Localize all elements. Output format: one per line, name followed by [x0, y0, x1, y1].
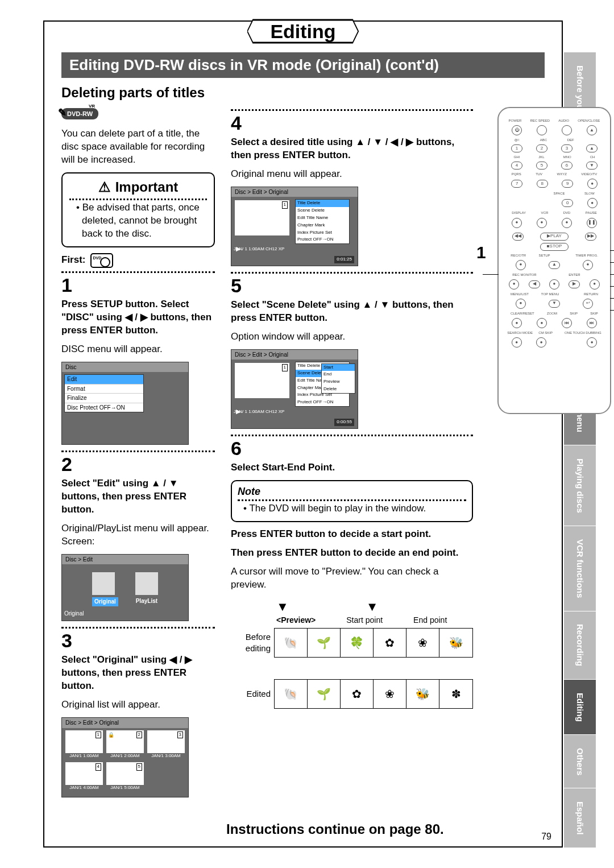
original-icon: [92, 572, 115, 595]
step-4-instr: Select a desired title using ▲ / ▼ / ◀ /…: [231, 137, 454, 160]
osd-time: 0:01:25: [334, 256, 354, 263]
preview-diagram: ▼▼ <Preview> Start point End point Befor…: [231, 598, 473, 709]
step-4-result: Original menu will appear.: [231, 168, 473, 181]
play-button[interactable]: ▶ PLAY: [540, 233, 569, 241]
return-button[interactable]: ↩: [583, 299, 593, 309]
osd-scene-delete: Disc > Edit > Original 1 ▶ Title Delete …: [231, 349, 358, 429]
rec-otr-button[interactable]: ●: [516, 260, 526, 270]
step-3-result: Original list will appear.: [61, 698, 215, 712]
down-arrow-icon: ▼: [366, 598, 379, 615]
dvd-rw-badge: ✎ DVD-RW VR: [61, 108, 98, 119]
stop-button[interactable]: ■ STOP: [540, 243, 569, 251]
page-title: Editing: [270, 20, 335, 43]
step-2-result2: Screen:: [61, 536, 95, 547]
playlist-icon: [135, 572, 158, 595]
osd-status-line: JAN/ 1 1:00AM CH12 XP: [234, 244, 355, 253]
osd-crumbs: Disc > Edit > Original: [62, 718, 188, 728]
lead-lines-right: [610, 250, 614, 322]
osd-disc-list: Edit Format Finalize Disc Protect OFF→ON: [64, 374, 144, 412]
title-menu-list: Title Delete Scene Delete Edit Title Nam…: [295, 199, 350, 244]
slow-button[interactable]: ●: [587, 198, 598, 208]
ch-up-button[interactable]: ▲: [586, 144, 598, 152]
note-box: Note • The DVD will begin to play in the…: [231, 480, 473, 522]
first-label: First:: [61, 253, 215, 268]
display-button[interactable]: ●: [512, 218, 522, 228]
strip-edited: 🐚 🌱 ✿ ❀ 🐝 ✽: [274, 679, 473, 709]
osd-crumbs: Disc > Edit > Original: [231, 350, 358, 360]
preview-title: <Preview>: [276, 615, 316, 626]
open-close-button[interactable]: ▲: [587, 125, 597, 135]
skip-fwd-button[interactable]: ⏭: [587, 318, 597, 328]
step-6-number: 6: [231, 439, 473, 458]
osd-crumbs: Disc: [62, 362, 188, 373]
rec-speed-button[interactable]: [537, 125, 547, 135]
osd-title-menu: Disc > Edit > Original 1 ▶ Title Delete …: [231, 187, 358, 266]
column-2: 4 Select a desired title using ▲ / ▼ / ◀…: [231, 107, 473, 817]
section-title: Deleting parts of titles: [61, 85, 205, 101]
play-icon: ▶: [236, 245, 240, 253]
clear-reset-button[interactable]: ●: [512, 318, 522, 328]
note-heading: Note: [238, 485, 466, 498]
step-6-instr2: Press ENTER button to decide a start poi…: [231, 528, 431, 539]
timer-prog-button[interactable]: ●: [583, 260, 593, 270]
osd-edit-menu: Disc > Edit Original PlayList Original: [61, 554, 189, 622]
down-button[interactable]: ▼: [549, 300, 560, 308]
step-5-result: Option window will appear.: [231, 330, 473, 344]
continue-text: Instructions continue on page 80.: [226, 821, 444, 837]
step-2-result: Original/PlayList menu will appear.: [61, 523, 209, 534]
vcr-button[interactable]: ●: [537, 218, 547, 228]
osd-time: 0:00:55: [334, 419, 354, 426]
rec-monitor-button[interactable]: ●: [509, 279, 519, 290]
osd-item-edit: Edit: [65, 375, 143, 385]
note-bullet: • The DVD will begin to play in the wind…: [243, 502, 466, 515]
search-mode-button[interactable]: ●: [512, 337, 522, 348]
before-editing-label: Before editing: [231, 631, 271, 655]
osd-thumb-grid: Disc > Edit > Original 1JAN/1 1:00AM 🔒2J…: [61, 717, 189, 797]
page-number: 79: [541, 832, 551, 842]
rew-button[interactable]: ◀◀: [512, 233, 524, 241]
step-3-number: 3: [61, 631, 215, 650]
important-box: Important • Be advised that parts, once …: [61, 172, 215, 247]
left-button[interactable]: ◀: [529, 280, 540, 288]
down-arrow-icon: ▼: [276, 598, 289, 615]
osd-crumbs: Disc > Edit > Original: [231, 187, 358, 197]
video-tv-button[interactable]: ●: [587, 179, 598, 189]
setup-button[interactable]: ▲: [549, 261, 560, 269]
step-2-number: 2: [61, 454, 215, 474]
osd-crumbs: Disc > Edit: [62, 555, 188, 565]
lead-line-left: [483, 274, 499, 275]
start-point-label: Start point: [346, 615, 383, 626]
osd-item-protect: Disc Protect OFF→ON: [65, 403, 143, 412]
step-4-number: 4: [231, 113, 473, 133]
osd-item-finalize: Finalize: [65, 394, 143, 403]
skip-back-button[interactable]: ⏮: [562, 318, 572, 328]
header-ribbon: Editing: [43, 17, 563, 46]
strip-before: 🐚 🌱 🍀 ✿ ❀ 🐝: [274, 628, 473, 658]
step-1-instr: Press SETUP button. Select "DISC" using …: [61, 299, 211, 336]
enter-button[interactable]: ●: [549, 279, 559, 290]
preview-window: 1: [235, 363, 289, 398]
audio-button[interactable]: [562, 125, 572, 135]
menu-list-button[interactable]: ●: [516, 299, 526, 309]
right-button[interactable]: ▶: [569, 280, 580, 288]
cm-skip-button[interactable]: ●: [536, 337, 546, 348]
step-1-result: DISC menu will appear.: [61, 343, 215, 356]
dvd-icon: [90, 253, 113, 268]
one-touch-dubbing-button[interactable]: ●: [587, 337, 597, 348]
power-button[interactable]: ⏻: [512, 125, 522, 135]
remote-control-diagram: POWERREC SPEED AUDIOOPEN/CLOSE ⏻ ▲ @/:AB…: [497, 107, 611, 414]
pause-button[interactable]: ❚❚: [587, 218, 597, 228]
dvd-button[interactable]: ●: [562, 218, 572, 228]
end-point-label: End point: [413, 615, 447, 626]
step-3-instr: Select "Original" using ◀ / ▶ buttons, t…: [61, 654, 192, 691]
ch-down-button[interactable]: ▼: [586, 162, 598, 170]
ff-button[interactable]: ▶▶: [585, 233, 596, 241]
osd-item-format: Format: [65, 385, 143, 394]
step-6-result: A cursor will move to "Preview." You can…: [231, 565, 473, 592]
step-2-instr: Select "Edit" using ▲ / ▼ buttons, then …: [61, 478, 186, 515]
important-bullet: • Be advised that parts, once deleted, c…: [76, 201, 207, 241]
step-1-number: 1: [61, 275, 215, 295]
badge-text: DVD-RW: [67, 110, 93, 117]
zoom-button[interactable]: ●: [537, 318, 547, 328]
preview-window: 1: [235, 200, 289, 235]
